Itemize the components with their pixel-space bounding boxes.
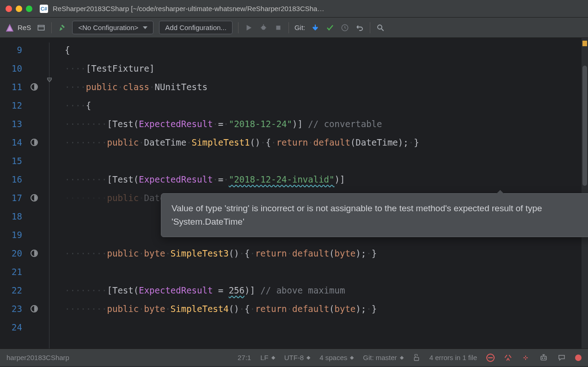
chevron-down-icon — [143, 26, 147, 29]
cursor-position[interactable]: 27:1 — [238, 354, 251, 361]
run-icon[interactable] — [244, 23, 253, 32]
statusbar: harper20183CSharp 27:1 LF ◆ UTF-8 ◆ 4 sp… — [0, 349, 588, 366]
test-marker-icon[interactable] — [31, 250, 38, 257]
error-marker[interactable] — [582, 41, 587, 46]
add-config-label: Add Configuration... — [165, 24, 227, 31]
code-text: "2018-12-24" — [229, 119, 292, 129]
git-branch-selector[interactable]: Git: master ◆ — [363, 354, 403, 361]
line-number: 18 — [0, 207, 27, 226]
code-text: ExpectedResult — [139, 285, 213, 295]
line-number: 15 — [0, 152, 27, 170]
window-layout-icon[interactable] — [37, 23, 46, 32]
test-marker-icon[interactable] — [31, 139, 38, 146]
toolbar-separator — [288, 22, 289, 33]
indent-selector[interactable]: 4 spaces ◆ — [319, 354, 354, 361]
line-number: 12 — [0, 96, 27, 115]
encoding-label: UTF-8 — [284, 354, 304, 361]
titlebar: C# ReSharper20183CSharp [~/code/resharpe… — [0, 0, 588, 18]
code-text: default — [313, 137, 350, 147]
line-ending-selector[interactable]: LF ◆ — [260, 354, 275, 361]
code-editor[interactable]: { ····[TestFixture] ····public·class·NUn… — [65, 38, 588, 349]
code-text: SimpleTest4 — [171, 304, 229, 314]
code-text: Test — [112, 174, 134, 184]
toolbar-separator — [51, 22, 52, 33]
line-number: 19 — [0, 226, 27, 244]
encoding-selector[interactable]: UTF-8 ◆ — [284, 354, 311, 361]
code-text: { — [65, 45, 70, 55]
code-text: return — [255, 304, 287, 314]
code-text: ExpectedResult — [139, 119, 213, 129]
maximize-window-button[interactable] — [26, 6, 32, 12]
svg-line-9 — [381, 29, 384, 31]
code-text: Test — [112, 119, 134, 129]
line-number: 24 — [0, 318, 27, 336]
fold-toggle-icon[interactable] — [46, 77, 53, 83]
fold-column[interactable] — [42, 38, 65, 349]
readonly-lock-icon[interactable] — [413, 354, 420, 361]
svg-point-12 — [542, 358, 543, 359]
test-marker-icon[interactable] — [31, 305, 38, 312]
line-number: 14 — [0, 133, 27, 152]
toolbar-separator — [370, 22, 370, 33]
test-marker-icon[interactable] — [31, 83, 38, 91]
search-icon[interactable] — [376, 23, 385, 32]
code-text: byte — [335, 248, 356, 258]
scrollbar-thumb[interactable] — [582, 66, 587, 186]
code-text: NUnitTests — [155, 82, 208, 92]
code-text: SimpleTest3 — [171, 248, 229, 258]
code-text: byte — [335, 304, 356, 314]
close-window-button[interactable] — [6, 6, 12, 12]
git-update-icon[interactable] — [311, 23, 320, 32]
svg-point-13 — [545, 358, 545, 359]
code-warning-text: 256 — [229, 285, 245, 295]
line-number: 21 — [0, 263, 27, 281]
run-config-label: <No Configuration> — [78, 24, 138, 31]
minimize-window-button[interactable] — [16, 6, 22, 12]
main-toolbar: ReS <No Configuration> Add Configuration… — [0, 18, 588, 38]
git-label: Git: — [294, 24, 305, 31]
line-number: 20 — [0, 244, 27, 263]
stop-icon[interactable] — [274, 23, 283, 32]
error-indicator-icon[interactable] — [486, 354, 495, 362]
debug-icon[interactable] — [259, 23, 268, 32]
line-number: 17 — [0, 189, 27, 207]
git-commit-icon[interactable] — [325, 23, 335, 32]
problems-indicator-icon[interactable] — [575, 355, 582, 361]
code-text: DateTime — [144, 137, 187, 147]
indent-label: 4 spaces — [319, 354, 347, 361]
feedback-icon[interactable] — [557, 354, 566, 362]
resharper-menu-button[interactable]: ReS — [5, 23, 31, 33]
git-branch-label: Git: master — [363, 354, 397, 361]
run-configuration-combo[interactable]: <No Configuration> — [72, 21, 153, 34]
svg-rect-6 — [276, 25, 280, 30]
test-marker-icon[interactable] — [31, 194, 38, 202]
code-text: TestFixture — [91, 63, 149, 73]
code-text: public — [107, 137, 139, 147]
window-title: ReSharper20183CSharp [~/code/resharper-u… — [53, 5, 324, 12]
code-text: return — [255, 248, 287, 258]
code-text: default — [292, 248, 329, 258]
assist-icon[interactable] — [539, 353, 548, 362]
line-number: 22 — [0, 281, 27, 300]
code-cleanup-icon[interactable] — [521, 354, 530, 362]
revert-icon[interactable] — [355, 23, 364, 32]
line-number: 10 — [0, 59, 27, 78]
line-number: 16 — [0, 170, 27, 189]
inspection-icon[interactable] — [504, 354, 512, 362]
add-configuration-button[interactable]: Add Configuration... — [159, 21, 233, 34]
code-text: Test — [112, 285, 134, 295]
code-text: byte — [144, 248, 165, 258]
resharper-label: ReS — [18, 24, 31, 31]
line-number-gutter[interactable]: 9 10 11 12 13 14 15 16 17 18 19 20 21 22… — [0, 38, 27, 349]
code-text: DateTime — [355, 137, 398, 147]
build-hammer-icon[interactable] — [57, 23, 67, 32]
toolbar-separator — [238, 22, 239, 33]
breadcrumb[interactable]: harper20183CSharp — [6, 354, 69, 361]
file-type-icon: C# — [40, 5, 48, 13]
error-count[interactable]: 4 errors in 1 file — [429, 354, 477, 361]
code-text: { — [86, 100, 91, 110]
svg-point-8 — [378, 25, 382, 29]
code-text: public — [86, 82, 118, 92]
history-icon[interactable] — [340, 23, 349, 32]
code-text: SimpleTest1 — [192, 137, 250, 147]
